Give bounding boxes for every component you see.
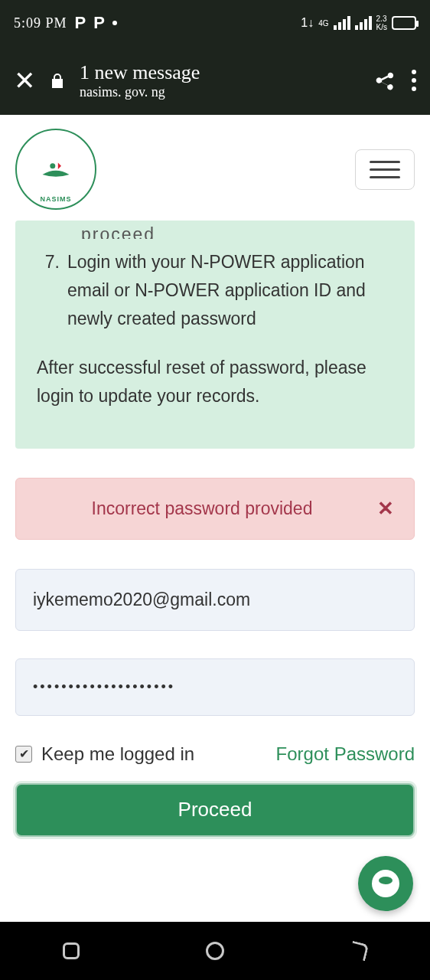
chat-bubble-icon bbox=[372, 870, 399, 897]
share-icon[interactable] bbox=[373, 69, 396, 92]
instructions-footer: After successful reset of password, plea… bbox=[37, 354, 393, 410]
dismiss-alert-button[interactable]: ✕ bbox=[373, 497, 399, 521]
lock-icon bbox=[50, 73, 64, 88]
nasims-logo[interactable]: NASIMS bbox=[15, 129, 96, 210]
error-alert-text: Incorrect password provided bbox=[31, 498, 373, 519]
home-button[interactable] bbox=[206, 942, 224, 960]
instruction-item-7: 7. Login with your N-POWER application e… bbox=[37, 248, 393, 332]
email-field[interactable]: iykememo2020@gmail.com bbox=[15, 569, 415, 631]
page-content: proceed 7. Login with your N-POWER appli… bbox=[0, 220, 430, 922]
forgot-password-link[interactable]: Forgot Password bbox=[276, 743, 415, 765]
error-alert: Incorrect password provided ✕ bbox=[15, 478, 415, 540]
keep-logged-in-option[interactable]: ✔ Keep me logged in bbox=[15, 743, 194, 765]
instruction-text: Login with your N-POWER application emai… bbox=[67, 248, 393, 332]
page-title: 1 new message bbox=[80, 61, 358, 84]
instructions-panel: proceed 7. Login with your N-POWER appli… bbox=[15, 220, 415, 449]
notif-icon-p2: P bbox=[93, 13, 105, 33]
signal-icon-1 bbox=[334, 16, 350, 30]
form-options-row: ✔ Keep me logged in Forgot Password bbox=[15, 743, 415, 765]
logo-abbr: NASIMS bbox=[40, 195, 71, 203]
clock: 5:09 PM bbox=[14, 15, 67, 31]
chat-fab-button[interactable] bbox=[358, 856, 413, 911]
status-left: 5:09 PM P P bbox=[14, 13, 301, 33]
hamburger-menu-button[interactable] bbox=[355, 149, 415, 190]
close-icon[interactable]: ✕ bbox=[14, 67, 35, 93]
battery-icon bbox=[392, 16, 416, 30]
browser-app-bar: ✕ 1 new message nasims. gov. ng bbox=[0, 46, 430, 115]
logo-graphic-icon bbox=[35, 158, 77, 180]
notif-dot-icon bbox=[112, 21, 117, 25]
back-button[interactable] bbox=[350, 942, 367, 959]
password-field[interactable]: •••••••••••••••••••• bbox=[15, 658, 415, 716]
recent-apps-button[interactable] bbox=[63, 942, 80, 959]
download-icon: 1↓ bbox=[301, 16, 314, 30]
android-status-bar: 5:09 PM P P 1↓ 4G 2.3K/s bbox=[0, 0, 430, 46]
status-right: 1↓ 4G 2.3K/s bbox=[301, 15, 416, 31]
data-speed: 2.3K/s bbox=[376, 15, 387, 31]
proceed-button[interactable]: Proceed bbox=[15, 783, 415, 837]
svg-point-0 bbox=[50, 163, 55, 168]
page-url: nasims. gov. ng bbox=[80, 84, 358, 100]
checkbox-checked-icon[interactable]: ✔ bbox=[15, 746, 32, 763]
page-title-wrap: 1 new message nasims. gov. ng bbox=[80, 61, 358, 100]
notif-icon-p1: P bbox=[75, 13, 86, 33]
site-header: NASIMS bbox=[0, 115, 430, 220]
keep-logged-in-label: Keep me logged in bbox=[41, 743, 194, 765]
android-nav-bar bbox=[0, 922, 430, 980]
more-icon[interactable] bbox=[412, 70, 416, 91]
instructions-cutoff-text: proceed bbox=[37, 220, 393, 239]
instruction-number: 7. bbox=[37, 248, 60, 332]
signal-icon-2 bbox=[355, 16, 372, 30]
network-type: 4G bbox=[318, 19, 328, 28]
